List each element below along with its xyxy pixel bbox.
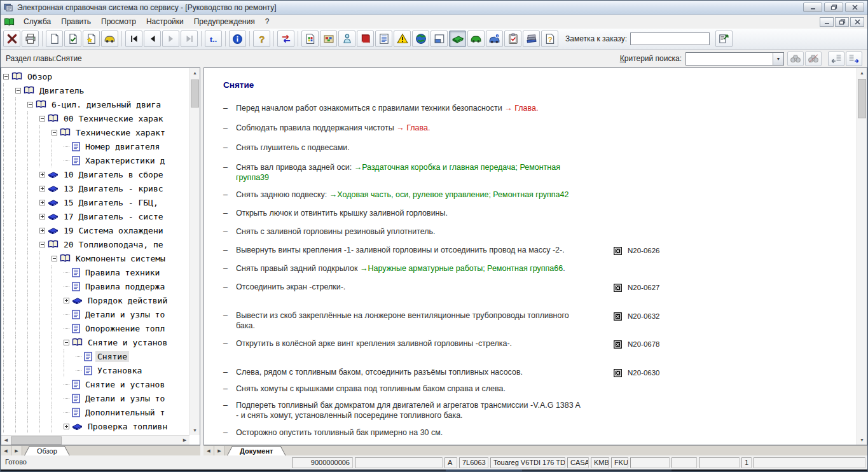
mdi-close-button[interactable] [850, 17, 864, 27]
car-yellow-button[interactable] [101, 31, 118, 47]
menu-item[interactable]: Просмотр [96, 15, 141, 28]
tree-horizontal-scrollbar[interactable]: ◀ ▶ [1, 435, 189, 445]
tree-item[interactable]: Детали и узлы то [3, 307, 189, 321]
doc-question-button[interactable]: ? [541, 31, 558, 47]
page-new-button[interactable] [46, 31, 63, 47]
history-t-button[interactable]: t.. [205, 31, 222, 47]
expand-icon[interactable] [39, 214, 45, 219]
doc-table-button[interactable] [301, 31, 319, 47]
tree-item[interactable]: Детали и узлы то [3, 391, 189, 405]
binoculars2-button[interactable] [805, 52, 822, 66]
books-stack-button[interactable] [523, 31, 540, 47]
tree-item[interactable]: 19 Система охлаждени [3, 223, 189, 237]
tree-item[interactable]: Обзор [3, 69, 189, 83]
menu-item[interactable]: Служба [18, 15, 56, 28]
figure-reference[interactable]: N20-0630 [614, 368, 660, 378]
tree-item[interactable]: Правила поддержа [3, 279, 189, 293]
mdi-minimize-button[interactable] [820, 17, 834, 27]
binoculars-button[interactable] [787, 52, 804, 66]
tree-item[interactable]: Снятие и установ [3, 377, 189, 391]
collapse-icon[interactable] [64, 340, 69, 345]
repair-group-link[interactable]: группа39 [236, 173, 269, 182]
page-check-button[interactable] [64, 31, 81, 47]
tree-item[interactable]: 6-цил. дизельный двига [3, 97, 189, 111]
scroll-down-arrow[interactable]: ▼ [190, 426, 200, 435]
tree-item[interactable]: Снятие [3, 349, 189, 363]
nav-back-button[interactable] [144, 31, 161, 47]
document-vertical-scrollbar[interactable]: ▲ ▼ [857, 68, 867, 445]
figure-reference[interactable]: N20-0632 [614, 311, 660, 321]
expand-icon[interactable] [64, 298, 69, 303]
tree-item[interactable]: Компоненты системы [3, 251, 189, 265]
globe-button[interactable] [412, 31, 429, 47]
tree-item[interactable]: Установка [3, 363, 189, 377]
tab-scroll-right-button[interactable]: ▶ [214, 446, 225, 455]
menu-item[interactable]: Предупреждения [189, 15, 260, 28]
nav-last-button[interactable] [181, 31, 198, 47]
nav-first-button[interactable] [125, 31, 142, 47]
tree-item[interactable]: 13 Двигатель - кривс [3, 181, 189, 195]
collapse-icon[interactable] [52, 130, 57, 135]
doc-vscroll-thumb[interactable] [858, 79, 866, 118]
tab-scroll-right-button[interactable]: ▶ [11, 446, 22, 455]
tab-scroll-left-button[interactable]: ◀ [203, 446, 214, 455]
list-prev-button[interactable] [828, 52, 844, 66]
tree-item[interactable]: 10 Двигатель в сборе [3, 167, 189, 181]
info-button[interactable] [229, 31, 246, 47]
warning-button[interactable] [394, 31, 411, 47]
figure-reference[interactable]: N20-0627 [614, 282, 660, 293]
doc-lines-button[interactable] [375, 31, 392, 47]
expand-icon[interactable] [39, 186, 45, 191]
mdi-restore-button[interactable] [835, 17, 849, 27]
collapse-icon[interactable] [52, 256, 57, 261]
refresh-button[interactable] [277, 31, 294, 47]
collapse-icon[interactable] [15, 88, 21, 94]
close-button[interactable] [845, 3, 864, 12]
repair-group-link[interactable]: →Раздаточная коробка и главная передача;… [354, 163, 560, 172]
tree-vscroll-thumb[interactable] [191, 80, 199, 108]
collapse-icon[interactable] [3, 74, 9, 80]
nav-forward-button[interactable] [162, 31, 179, 47]
minimize-button[interactable] [803, 3, 822, 12]
scroll-left-arrow[interactable]: ◀ [1, 436, 11, 445]
chapter-link[interactable]: → Глава. [504, 104, 538, 113]
menu-item[interactable]: ? [260, 15, 275, 28]
list-next-button[interactable] [846, 52, 862, 66]
expand-icon[interactable] [39, 228, 45, 233]
book-red-button[interactable] [357, 31, 374, 47]
tree-item[interactable]: Порядок действий [3, 293, 189, 307]
scroll-up-arrow[interactable]: ▲ [190, 68, 200, 78]
tree-item[interactable]: 00 Технические харак [3, 111, 189, 125]
person-button[interactable] [338, 31, 355, 47]
collapse-icon[interactable] [39, 116, 45, 121]
page-star-button[interactable] [83, 31, 100, 47]
exit-button[interactable] [3, 31, 20, 47]
package-button[interactable] [320, 31, 337, 47]
tree-item[interactable]: Характеристики д [3, 153, 189, 167]
search-criteria-combobox[interactable]: ▼ [685, 52, 784, 66]
help-button[interactable]: ? [253, 31, 270, 47]
menu-item[interactable]: Править [56, 15, 96, 28]
chapter-link[interactable]: → Глава. [396, 123, 430, 132]
expand-icon[interactable] [64, 424, 69, 429]
expand-icon[interactable] [39, 200, 45, 205]
repair-group-link[interactable]: →Наружные арматурные работы; Ремонтная г… [360, 264, 563, 273]
collapse-icon[interactable] [27, 102, 33, 108]
expand-icon[interactable] [39, 172, 45, 177]
book-green-button[interactable] [449, 31, 466, 47]
repair-group-link[interactable]: →Ходовая часть, оси, рулевое управление;… [329, 190, 569, 199]
tree-item[interactable]: Дополнительный т [3, 405, 189, 419]
clipboard-check-button[interactable] [504, 31, 521, 47]
tree-vertical-scrollbar[interactable]: ▲ ▼ [189, 68, 200, 435]
tree-item[interactable]: 15 Двигатель - ГБЦ, [3, 195, 189, 209]
car-green-button[interactable] [467, 31, 485, 47]
printer-button[interactable] [22, 31, 39, 47]
tree-item[interactable]: Номер двигателя [3, 139, 189, 153]
tree-item[interactable]: Правила техники [3, 265, 189, 279]
order-note-edit-button[interactable] [715, 31, 733, 47]
tab-scroll-left-button[interactable]: ◀ [1, 446, 11, 455]
tree-item[interactable]: Двигатель [3, 83, 189, 97]
order-note-input[interactable] [630, 32, 710, 45]
car-info-button[interactable] [486, 31, 503, 47]
tree-item[interactable]: 20 Топливоподача, пе [3, 237, 189, 251]
